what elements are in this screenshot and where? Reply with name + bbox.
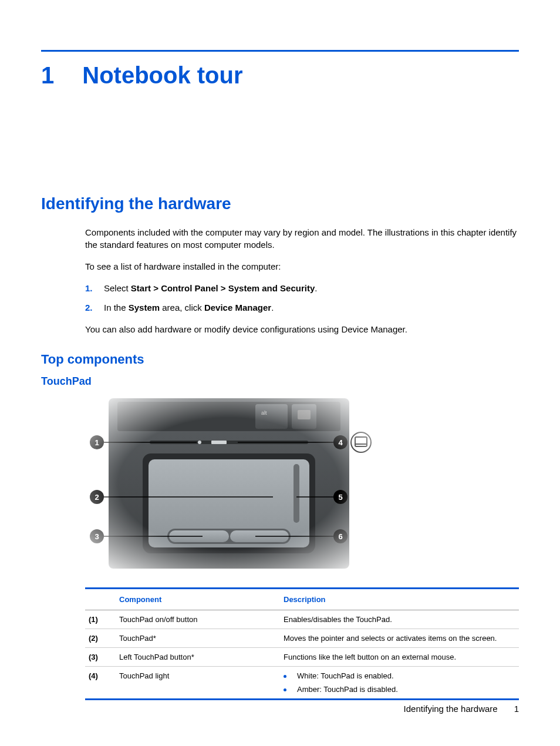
step-text: In the System area, click Device Manager… [104,301,274,314]
touchpad-diagram: alt 1 2 3 4 5 6 [85,398,519,571]
table-row: (3) Left TouchPad button* Functions like… [85,648,519,667]
bullet-icon [284,688,286,691]
table-row: (2) TouchPad* Moves the pointer and sele… [85,629,519,648]
step-number: 2. [85,301,104,314]
chapter-title: Notebook tour [82,62,242,89]
subsubsection-heading: TouchPad [41,375,519,388]
step-list: 1. Select Start > Control Panel > System… [85,282,519,314]
table-row: (1) TouchPad on/off button Enables/disab… [85,610,519,629]
step-item: 2. In the System area, click Device Mana… [85,301,519,314]
chapter-heading: 1 Notebook tour [41,62,519,89]
subsection-heading: Top components [41,352,519,367]
section-heading: Identifying the hardware [41,194,519,213]
table-header-component: Component [116,589,280,610]
footer-section-title: Identifying the hardware [404,704,498,714]
page-footer: Identifying the hardware 1 [404,704,519,714]
svg-rect-36 [85,398,373,569]
step-number: 1. [85,282,104,294]
step-item: 1. Select Start > Control Panel > System… [85,282,519,294]
bullet-icon [284,675,286,678]
body-paragraph: To see a list of hardware installed in t… [85,260,519,273]
table-row: (4) TouchPad light White: TouchPad is en… [85,667,519,699]
footer-page-number: 1 [514,704,519,714]
body-paragraph: Components included with the computer ma… [85,226,519,251]
chapter-number: 1 [41,62,54,89]
table-header-description: Description [280,589,519,610]
body-paragraph: You can also add hardware or modify devi… [85,323,519,335]
component-table: Component Description (1) TouchPad on/of… [85,587,519,700]
step-text: Select Start > Control Panel > System an… [104,282,317,294]
